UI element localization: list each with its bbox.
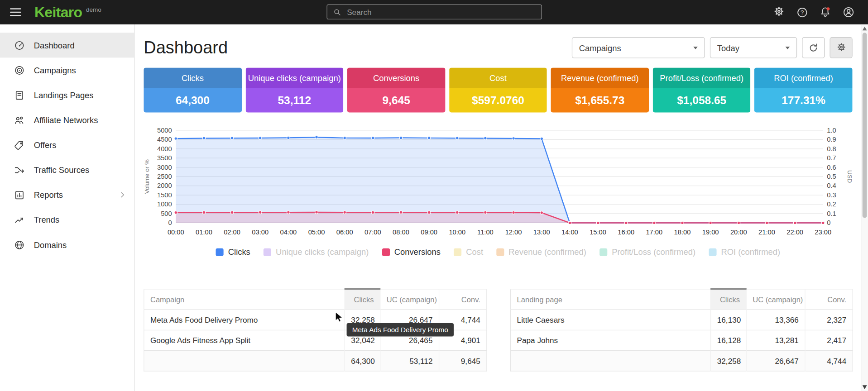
scrollbar[interactable] <box>861 24 868 391</box>
metric-card-conversions[interactable]: Conversions9,645 <box>347 67 445 112</box>
svg-text:18:00: 18:00 <box>674 229 691 236</box>
svg-text:07:00: 07:00 <box>364 229 381 236</box>
metric-value: $1,058.65 <box>653 88 751 113</box>
svg-text:0.7: 0.7 <box>827 154 836 162</box>
row-tooltip: Meta Ads Food Delivery Promo <box>347 323 454 336</box>
legend-item-profit-loss-confirmed[interactable]: Profit/Loss (confirmed) <box>599 247 695 257</box>
scroll-down-arrow-icon[interactable] <box>863 385 867 389</box>
legend-item-conversions[interactable]: Conversions <box>382 247 441 257</box>
metric-card-revenue-confirmed[interactable]: Revenue (confirmed)$1,655.73 <box>551 67 649 112</box>
row-name-cell: Meta Ads Food Delivery Promo <box>144 310 345 330</box>
topbar-settings-button[interactable] <box>772 6 785 18</box>
sidebar-item-traffic-sources[interactable]: Traffic Sources <box>0 157 134 182</box>
svg-text:02:00: 02:00 <box>224 229 240 236</box>
svg-text:10:00: 10:00 <box>449 229 465 236</box>
sidebar-item-label: Dashboard <box>34 40 127 50</box>
table-row[interactable]: Papa Johns16,12813,2812,417 <box>511 330 853 350</box>
legend-swatch <box>382 248 390 256</box>
metric-label: Clicks <box>144 67 241 88</box>
column-header-clicks[interactable]: Clicks <box>345 289 380 310</box>
row-value-cell: 13,281 <box>746 330 805 350</box>
account-button[interactable] <box>843 6 855 18</box>
table-row[interactable]: Little Caesars16,13013,3662,327 <box>511 310 853 330</box>
sidebar-item-affiliate-networks[interactable]: Affiliate Networks <box>0 108 134 133</box>
legend-label: Cost <box>466 247 483 257</box>
totals-row: 64,30053,1129,645 <box>144 351 487 371</box>
svg-text:0: 0 <box>827 219 830 226</box>
legend-item-cost[interactable]: Cost <box>454 247 483 257</box>
legend-label: Profit/Loss (confirmed) <box>612 247 695 257</box>
gear-icon <box>773 5 785 19</box>
metric-card-cost[interactable]: Cost$597.0760 <box>449 67 547 112</box>
traffic-merge-icon <box>14 164 25 175</box>
sidebar-item-label: Offers <box>34 140 127 150</box>
column-header-uc-campaign[interactable]: UC (campaign) <box>746 289 805 310</box>
svg-text:16:00: 16:00 <box>618 229 634 236</box>
metric-card-clicks[interactable]: Clicks64,300 <box>144 67 241 112</box>
column-header-conv[interactable]: Conv. <box>439 289 487 310</box>
date-range-select[interactable]: Today <box>710 37 797 58</box>
svg-text:1000: 1000 <box>157 200 172 208</box>
metric-value: $1,655.73 <box>551 88 649 113</box>
legend-swatch <box>599 248 607 256</box>
sidebar-item-trends[interactable]: Trends <box>0 207 134 232</box>
legend-item-unique-clicks-campaign[interactable]: Unique clicks (campaign) <box>264 247 369 257</box>
menu-toggle-button[interactable] <box>7 5 24 19</box>
total-cell: 32,258 <box>711 351 746 371</box>
column-header-conv[interactable]: Conv. <box>805 289 853 310</box>
svg-text:1500: 1500 <box>157 191 172 199</box>
chart-legend: ClicksUnique clicks (campaign)Conversion… <box>144 247 852 257</box>
dashboard-settings-button[interactable] <box>830 37 852 58</box>
sidebar-item-landings-pages[interactable]: Landings Pages <box>0 83 134 108</box>
column-header-campaign[interactable]: Campaign <box>144 289 345 310</box>
help-button[interactable]: ? <box>796 6 808 18</box>
legend-item-revenue-confirmed[interactable]: Revenue (confirmed) <box>496 247 586 257</box>
network-icon <box>14 114 25 125</box>
scroll-up-arrow-icon[interactable] <box>863 27 867 31</box>
sidebar: DashboardCampaignsLandings PagesAffiliat… <box>0 24 135 391</box>
date-range-value: Today <box>717 43 739 52</box>
svg-text:06:00: 06:00 <box>336 229 353 236</box>
offer-tag-icon <box>14 139 25 150</box>
grouping-select[interactable]: Campaigns <box>572 37 705 58</box>
chart-area: 0500100015002000250030003500400045005000… <box>144 123 852 257</box>
svg-text:22:00: 22:00 <box>786 229 803 236</box>
metric-card-profit-loss-confirmed[interactable]: Profit/Loss (confirmed)$1,058.65 <box>653 67 751 112</box>
sidebar-item-label: Reports <box>34 190 110 200</box>
metric-card-roi-confirmed[interactable]: ROI (confirmed)177.31% <box>754 67 852 112</box>
notifications-button[interactable] <box>819 6 831 18</box>
row-value-cell: 2,417 <box>805 330 853 350</box>
search-input[interactable] <box>346 7 536 17</box>
svg-text:01:00: 01:00 <box>196 229 212 236</box>
column-header-landing-page[interactable]: Landing page <box>511 289 711 310</box>
column-header-uc-campaign[interactable]: UC (campaign) <box>380 289 439 310</box>
refresh-button[interactable] <box>802 37 825 58</box>
target-icon <box>14 65 25 76</box>
traffic-chart[interactable]: 0500100015002000250030003500400045005000… <box>144 123 852 241</box>
metric-card-unique-clicks-campaign[interactable]: Unique clicks (campaign)53,112 <box>245 67 343 112</box>
legend-label: ROI (confirmed) <box>721 247 780 257</box>
legend-item-roi-confirmed[interactable]: ROI (confirmed) <box>709 247 780 257</box>
legend-label: Clicks <box>228 247 250 257</box>
svg-text:14:00: 14:00 <box>561 229 578 236</box>
sidebar-item-offers[interactable]: Offers <box>0 133 134 157</box>
notification-badge <box>827 7 830 10</box>
sidebar-item-reports[interactable]: Reports <box>0 182 134 207</box>
row-value-cell: 2,327 <box>805 310 853 330</box>
column-header-clicks[interactable]: Clicks <box>711 289 746 310</box>
sidebar-item-campaigns[interactable]: Campaigns <box>0 57 134 82</box>
legend-item-clicks[interactable]: Clicks <box>216 247 250 257</box>
dashboard-controls: Campaigns Today <box>572 37 853 58</box>
row-name-cell: Little Caesars <box>511 310 711 330</box>
total-cell: 26,647 <box>746 351 805 371</box>
legend-swatch <box>496 248 504 256</box>
scrollbar-thumb[interactable] <box>863 33 867 218</box>
svg-text:15:00: 15:00 <box>590 229 606 236</box>
sidebar-item-dashboard[interactable]: Dashboard <box>0 33 134 57</box>
sidebar-item-domains[interactable]: Domains <box>0 232 134 257</box>
row-value-cell: 13,366 <box>746 310 805 330</box>
sidebar-item-label: Campaigns <box>34 66 127 75</box>
app-logo[interactable]: Keitaro demo <box>34 5 101 19</box>
svg-text:0.2: 0.2 <box>827 200 836 208</box>
pages-icon <box>14 90 25 100</box>
